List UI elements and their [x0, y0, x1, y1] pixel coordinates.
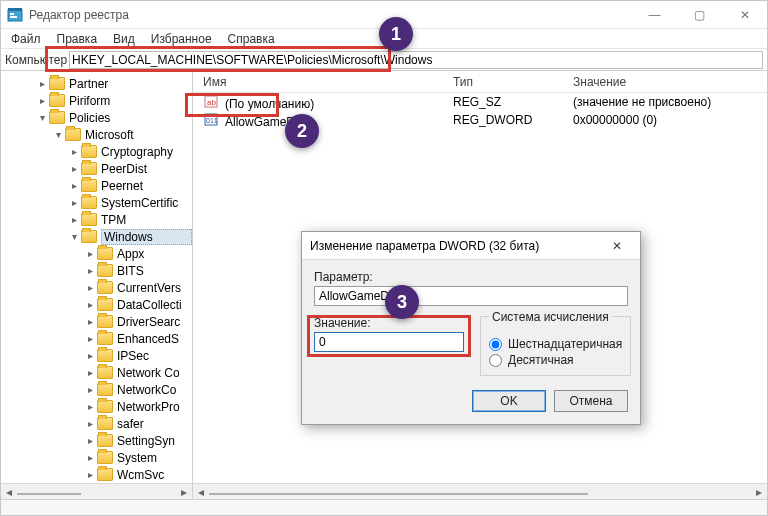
- registry-tree[interactable]: ▸Partner ▸Piriform ▾Policies ▾Microsoft …: [1, 71, 193, 499]
- caret-icon[interactable]: ▸: [67, 146, 81, 157]
- tree-item-selected[interactable]: Windows: [101, 229, 192, 245]
- caret-icon[interactable]: ▸: [83, 367, 97, 378]
- tree-item[interactable]: DataCollecti: [117, 298, 192, 312]
- scroll-left-icon[interactable]: ◂: [1, 484, 17, 500]
- scroll-right-icon[interactable]: ▸: [176, 484, 192, 500]
- caret-icon[interactable]: ▸: [83, 418, 97, 429]
- caret-icon[interactable]: ▸: [83, 469, 97, 480]
- caret-down-icon[interactable]: ▾: [51, 129, 65, 140]
- tree-item[interactable]: EnhancedS: [117, 332, 192, 346]
- dword-value-icon: 011: [203, 111, 219, 127]
- tree-item[interactable]: IPSec: [117, 349, 192, 363]
- value-field[interactable]: [314, 332, 464, 352]
- tree-item[interactable]: System: [117, 451, 192, 465]
- tree-item[interactable]: NetworkPro: [117, 400, 192, 414]
- list-header: Имя Тип Значение: [193, 71, 767, 93]
- value-data: 0x00000000 (0): [563, 113, 767, 127]
- radio-hex[interactable]: Шестнадцатеричная: [489, 337, 622, 351]
- scroll-thumb[interactable]: [17, 493, 81, 495]
- tree-horizontal-scrollbar[interactable]: ◂ ▸: [1, 483, 192, 499]
- tree-item[interactable]: BITS: [117, 264, 192, 278]
- value-data: (значение не присвоено): [563, 95, 767, 109]
- tree-item[interactable]: Microsoft: [85, 128, 192, 142]
- folder-icon: [97, 349, 113, 362]
- address-input[interactable]: [69, 51, 763, 69]
- list-horizontal-scrollbar[interactable]: ◂ ▸: [193, 483, 767, 499]
- folder-icon: [49, 94, 65, 107]
- scroll-right-icon[interactable]: ▸: [751, 484, 767, 500]
- folder-icon: [49, 77, 65, 90]
- caret-icon[interactable]: ▸: [83, 248, 97, 259]
- tree-item[interactable]: Policies: [69, 111, 192, 125]
- menu-edit[interactable]: Правка: [51, 30, 104, 48]
- col-type[interactable]: Тип: [443, 75, 563, 89]
- window-close-button[interactable]: ✕: [722, 1, 767, 29]
- caret-icon[interactable]: ▸: [83, 333, 97, 344]
- tree-item[interactable]: CurrentVers: [117, 281, 192, 295]
- value-label: Значение:: [314, 316, 464, 330]
- col-value[interactable]: Значение: [563, 75, 767, 89]
- scroll-thumb[interactable]: [209, 493, 588, 495]
- value-row-allowgamedvr[interactable]: 011AllowGameDVR REG_DWORD 0x00000000 (0): [193, 111, 767, 129]
- tree-item[interactable]: Partner: [69, 77, 192, 91]
- caret-icon[interactable]: ▸: [83, 316, 97, 327]
- cancel-button[interactable]: Отмена: [554, 390, 628, 412]
- caret-icon[interactable]: ▸: [67, 180, 81, 191]
- dialog-title: Изменение параметра DWORD (32 бита): [310, 239, 602, 253]
- window-minimize-button[interactable]: —: [632, 1, 677, 29]
- menu-file[interactable]: Файл: [5, 30, 47, 48]
- caret-icon[interactable]: ▸: [83, 384, 97, 395]
- address-bar: Компьютер: [1, 49, 767, 71]
- dialog-titlebar[interactable]: Изменение параметра DWORD (32 бита) ✕: [302, 232, 640, 260]
- tree-item[interactable]: Appx: [117, 247, 192, 261]
- svg-rect-2: [10, 13, 14, 15]
- folder-icon: [49, 111, 65, 124]
- folder-icon: [81, 196, 97, 209]
- menu-favorites[interactable]: Избранное: [145, 30, 218, 48]
- caret-icon[interactable]: ▸: [83, 299, 97, 310]
- tree-item[interactable]: SystemCertific: [101, 196, 192, 210]
- menu-help[interactable]: Справка: [222, 30, 281, 48]
- folder-icon: [81, 145, 97, 158]
- tree-item[interactable]: safer: [117, 417, 192, 431]
- caret-down-icon[interactable]: ▾: [67, 231, 81, 242]
- window-maximize-button[interactable]: ▢: [677, 1, 722, 29]
- tree-item[interactable]: Piriform: [69, 94, 192, 108]
- tree-item[interactable]: Cryptography: [101, 145, 192, 159]
- radio-dec-input[interactable]: [489, 354, 502, 367]
- folder-icon: [81, 179, 97, 192]
- caret-icon[interactable]: ▸: [35, 78, 49, 89]
- caret-icon[interactable]: ▸: [83, 401, 97, 412]
- tree-item[interactable]: DriverSearc: [117, 315, 192, 329]
- caret-down-icon[interactable]: ▾: [35, 112, 49, 123]
- radio-hex-input[interactable]: [489, 338, 502, 351]
- caret-icon[interactable]: ▸: [67, 197, 81, 208]
- menu-view[interactable]: Вид: [107, 30, 141, 48]
- caret-icon[interactable]: ▸: [35, 95, 49, 106]
- caret-icon[interactable]: ▸: [83, 265, 97, 276]
- caret-icon[interactable]: ▸: [67, 163, 81, 174]
- folder-icon: [97, 332, 113, 345]
- param-field[interactable]: [314, 286, 628, 306]
- folder-icon: [97, 417, 113, 430]
- dialog-close-button[interactable]: ✕: [602, 239, 632, 253]
- tree-item[interactable]: SettingSyn: [117, 434, 192, 448]
- caret-icon[interactable]: ▸: [83, 435, 97, 446]
- folder-icon: [97, 298, 113, 311]
- value-name: AllowGameDVR: [225, 115, 312, 129]
- tree-item[interactable]: Peernet: [101, 179, 192, 193]
- tree-item[interactable]: PeerDist: [101, 162, 192, 176]
- radio-dec[interactable]: Десятичная: [489, 353, 622, 367]
- caret-icon[interactable]: ▸: [83, 282, 97, 293]
- col-name[interactable]: Имя: [193, 75, 443, 89]
- tree-item[interactable]: TPM: [101, 213, 192, 227]
- scroll-left-icon[interactable]: ◂: [193, 484, 209, 500]
- caret-icon[interactable]: ▸: [83, 350, 97, 361]
- tree-item[interactable]: NetworkCo: [117, 383, 192, 397]
- caret-icon[interactable]: ▸: [67, 214, 81, 225]
- caret-icon[interactable]: ▸: [83, 452, 97, 463]
- tree-item[interactable]: WcmSvc: [117, 468, 192, 482]
- value-row-default[interactable]: ab(По умолчанию) REG_SZ (значение не при…: [193, 93, 767, 111]
- ok-button[interactable]: OK: [472, 390, 546, 412]
- tree-item[interactable]: Network Co: [117, 366, 192, 380]
